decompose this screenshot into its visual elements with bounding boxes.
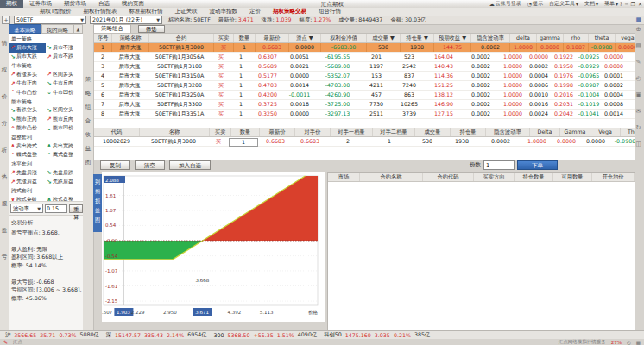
quick-link[interactable]: ◔提示 bbox=[527, 0, 543, 8]
quick-link[interactable]: 菜单▾ bbox=[604, 0, 618, 8]
copy-button[interactable]: 复制 bbox=[100, 160, 130, 170]
strategy-item[interactable]: ⌃熊市凸价 bbox=[9, 124, 46, 134]
rail-item[interactable]: 合 bbox=[85, 117, 92, 125]
menu-item[interactable]: 标准期权行情 bbox=[123, 8, 167, 16]
tab-expiry-payoff-chart[interactable]: 到期损益图 bbox=[93, 174, 102, 232]
tab-strategy-combo[interactable]: 策略组合 bbox=[93, 24, 131, 33]
toolbar-icon[interactable]: ▣ bbox=[635, 91, 641, 98]
strategy-panel-header: 策略组合 筛选 bbox=[93, 24, 634, 33]
rail-item[interactable]: 收 bbox=[85, 131, 92, 139]
toolbar-icon[interactable]: ▤ bbox=[635, 42, 641, 49]
place-order-button[interactable]: 下单 bbox=[517, 160, 558, 170]
lot-quantity-input[interactable] bbox=[483, 160, 515, 170]
sidebar-tab[interactable]: 基本策略 bbox=[9, 24, 41, 34]
table-row[interactable]: 1000202950ETF购1月3000买10.66830.6683215301… bbox=[94, 137, 635, 147]
month-select[interactable]: 2021年01月 (22天) ▼ bbox=[90, 16, 162, 24]
strategy-item[interactable]: ∧卖出宽跨 bbox=[46, 141, 82, 151]
rail-item[interactable]: 盈 bbox=[2, 227, 8, 235]
strategy-item[interactable]: ↗先涨后盘 bbox=[9, 178, 46, 187]
menu-item[interactable]: 期权行情报表 bbox=[78, 8, 122, 16]
top-tab[interactable]: 证券市场 bbox=[23, 0, 58, 8]
table-row[interactable]: 4后市大涨50ETF购1月3150A买10.51770.0000-5352.07… bbox=[94, 72, 635, 81]
toolbar-icon[interactable]: ◫ bbox=[635, 141, 641, 147]
strategy-item[interactable]: ↘后市大跌 bbox=[9, 53, 46, 62]
rail-item[interactable]: 亏 bbox=[2, 254, 8, 261]
rail-item[interactable]: 组 bbox=[85, 104, 92, 111]
filter-button[interactable]: 筛选 bbox=[138, 25, 165, 33]
top-tab[interactable]: 我的页面 bbox=[116, 0, 150, 8]
strategy-item[interactable]: ↘区间空头 bbox=[46, 106, 82, 116]
table-row[interactable]: 3后市大涨50ETF购1月3100买10.56890.0021-5689.001… bbox=[94, 62, 635, 72]
strategy-item[interactable]: ↗后市大涨 bbox=[9, 43, 46, 53]
strategy-item[interactable]: ⌄熊市凹价 bbox=[46, 124, 82, 134]
window-control-icon[interactable]: ❐ bbox=[631, 1, 635, 7]
strategy-item[interactable]: ↗熊市反向 bbox=[46, 115, 82, 124]
toolbar-icon[interactable]: ⊕ bbox=[636, 26, 641, 33]
strategy-item[interactable]: ↘后市不涨 bbox=[46, 43, 82, 53]
toolbar-icon[interactable]: ◴ bbox=[635, 75, 641, 82]
toolbar-icon[interactable]: ↻ bbox=[636, 124, 641, 131]
strategy-item[interactable]: ↗区间多头 bbox=[46, 70, 82, 79]
quick-link[interactable]: 自定义工具▾ bbox=[549, 0, 578, 8]
menu-item[interactable]: 波动率指数 bbox=[204, 8, 243, 16]
strategy-item[interactable]: ↗牛市正向 bbox=[9, 79, 46, 89]
rail-item[interactable]: 益 bbox=[85, 145, 92, 153]
rail-item[interactable]: 服 bbox=[2, 200, 8, 208]
rail-item[interactable]: 略 bbox=[85, 90, 92, 97]
rail-item[interactable]: 情 bbox=[2, 40, 8, 47]
rail-item[interactable]: 析 bbox=[2, 147, 8, 154]
top-tab[interactable]: 期权 bbox=[0, 0, 23, 8]
window-control-icon[interactable]: ✕ bbox=[638, 1, 642, 7]
rail-item[interactable]: 权 bbox=[2, 66, 8, 74]
menu-item[interactable]: 期权策略交易 bbox=[268, 8, 312, 16]
volatility-select[interactable]: 波动率 ▼ bbox=[10, 204, 43, 213]
add-icon[interactable]: + bbox=[2, 16, 10, 24]
strategy-item[interactable]: ∧卖出跨式 bbox=[9, 141, 46, 151]
table-row[interactable]: 8后市大涨50ETF购1月3351A买10.32500.0000-3297.13… bbox=[94, 110, 635, 119]
strategy-item[interactable]: ↘先跌后盘 bbox=[46, 178, 82, 187]
strategy-item[interactable]: ↘熊市正向 bbox=[9, 115, 46, 124]
menu-item[interactable]: 组合行情 bbox=[313, 8, 346, 16]
strategy-item[interactable]: ↗后市不跌 bbox=[46, 53, 82, 62]
volatility-input[interactable] bbox=[45, 204, 67, 213]
table-row[interactable]: 7后市大涨50ETF购1月3300买10.37250.0018-3725.007… bbox=[94, 100, 635, 110]
toolbar-icon[interactable]: ✎ bbox=[636, 59, 641, 66]
add-watchlist-button[interactable]: 加入自选 bbox=[169, 160, 211, 170]
top-tab[interactable]: 自选 bbox=[92, 0, 116, 8]
window-control-icon[interactable]: ? bbox=[620, 1, 622, 7]
clear-button[interactable]: 清空 bbox=[135, 160, 165, 170]
window-control-icon[interactable]: ─ bbox=[625, 1, 628, 7]
scroll-up-icon[interactable]: ▲ bbox=[73, 24, 83, 34]
quick-link[interactable]: ☁云账号登录 bbox=[489, 0, 521, 8]
rail-item[interactable]: 策 bbox=[85, 76, 92, 84]
rail-item[interactable]: 热 bbox=[2, 173, 8, 181]
strategy-item[interactable]: ↘牛市反向 bbox=[46, 79, 82, 89]
strategy-item[interactable]: ⌃牛市凸价 bbox=[9, 88, 46, 97]
table-row[interactable]: 1后市大涨50ETF购1月3000买10.66830.0000-6683.005… bbox=[94, 43, 635, 53]
recalc-button[interactable]: 重算 bbox=[69, 204, 83, 213]
menu-item[interactable]: 上证关联 bbox=[169, 8, 202, 16]
menu-item[interactable]: 定价 bbox=[244, 8, 266, 16]
sidebar-tab[interactable]: 我的策略 bbox=[41, 24, 74, 34]
strategy-item[interactable]: ↗先盘后涨 bbox=[9, 168, 46, 178]
panel-icon[interactable]: ▦ bbox=[635, 16, 641, 23]
strategy-item[interactable]: ⌃鹰式盘整 bbox=[46, 151, 82, 160]
strategy-item[interactable]: ⌄牛市凹价 bbox=[46, 88, 82, 97]
table-row[interactable]: 5后市大涨50ETF购1月3200买10.47030.0014-4703.004… bbox=[94, 81, 635, 91]
top-tab[interactable]: 期货市场 bbox=[58, 0, 92, 8]
rail-item[interactable]: 价 bbox=[2, 93, 8, 101]
strategy-item[interactable]: ↗看涨多头 bbox=[9, 70, 46, 79]
strategy-item[interactable]: ⌃蝶式盘整 bbox=[9, 151, 46, 160]
strategy-item[interactable]: ∨跨式突破 bbox=[9, 195, 46, 201]
strategy-item[interactable]: ↘先盘后跌 bbox=[46, 168, 82, 178]
menu-item[interactable]: 期权T型报价 bbox=[35, 8, 76, 16]
strategy-item[interactable]: ∧跨式盘整 bbox=[46, 195, 82, 201]
rail-item[interactable]: 图 bbox=[85, 159, 92, 166]
underlying-select[interactable]: 50ETF ▼ bbox=[14, 16, 86, 24]
table-row[interactable]: 6后市大涨50ETF购1月3250A买10.4200-0.0011-4260.9… bbox=[94, 91, 635, 100]
table-row[interactable]: 2后市大涨50ETF购1月3056A买10.63070.0051-6195.55… bbox=[94, 53, 635, 62]
toolbar-icon[interactable]: ✉ bbox=[636, 108, 641, 115]
strategy-item[interactable]: ↘看跌空头 bbox=[9, 106, 46, 116]
quick-link[interactable]: 文档▾ bbox=[584, 0, 598, 8]
rail-item[interactable]: 分 bbox=[2, 120, 8, 128]
